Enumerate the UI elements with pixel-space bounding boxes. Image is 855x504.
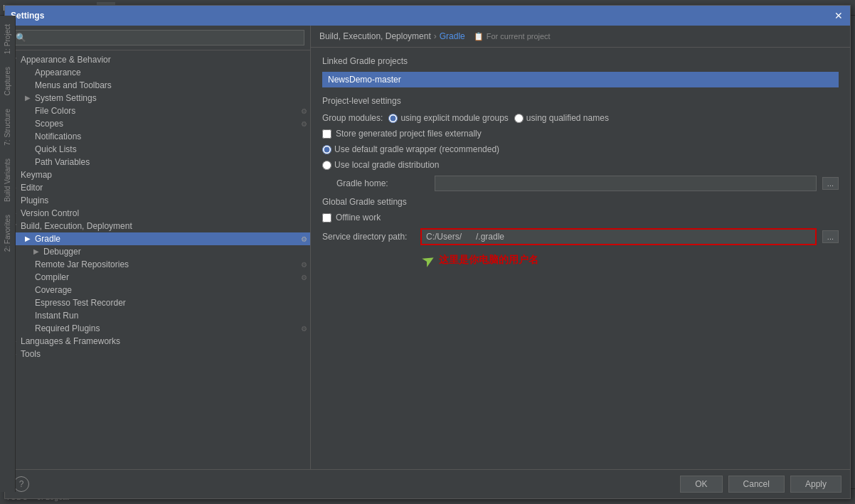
tree-path-variables[interactable]: Path Variables bbox=[5, 156, 310, 168]
store-generated-row: Store generated project files externally bbox=[322, 129, 839, 139]
settings-dialog: Settings ✕ Appearance & Behavior bbox=[4, 5, 851, 499]
tree-label-vc: Version Control bbox=[21, 208, 79, 218]
tree-compiler[interactable]: Compiler ⚙ bbox=[5, 271, 310, 284]
tree-system-settings[interactable]: System Settings bbox=[5, 92, 310, 104]
dialog-close-button[interactable]: ✕ bbox=[833, 10, 844, 21]
store-generated-label[interactable]: Store generated project files externally bbox=[336, 129, 482, 139]
tree-debugger[interactable]: Debugger bbox=[5, 245, 310, 258]
tree-label-appearance-behavior: Appearance & Behavior bbox=[21, 55, 111, 65]
tree-label-debugger: Debugger bbox=[43, 247, 81, 257]
tree-gear-gradle: ⚙ bbox=[301, 235, 307, 243]
offline-work-label[interactable]: Offline work bbox=[336, 213, 381, 222]
tree-label-required-plugins: Required Plugins bbox=[35, 323, 100, 333]
tree-coverage[interactable]: Coverage bbox=[5, 284, 310, 296]
tree-version-control[interactable]: Version Control bbox=[5, 207, 310, 220]
tree-label-notifications: Notifications bbox=[35, 132, 81, 141]
gradle-home-browse-button[interactable]: ... bbox=[822, 177, 839, 190]
tree-arrow-gradle[interactable] bbox=[25, 235, 33, 243]
breadcrumb-project-icon: 📋 bbox=[474, 32, 484, 41]
breadcrumb-sep: › bbox=[434, 31, 437, 41]
radio-explicit-text: using explicit module groups bbox=[400, 113, 508, 123]
tree-label-quick-lists: Quick Lists bbox=[35, 144, 77, 154]
tree-gear-required-plugins: ⚙ bbox=[301, 325, 307, 333]
tree-label-scopes: Scopes bbox=[35, 119, 63, 129]
tree-label-appearance: Appearance bbox=[35, 68, 81, 77]
tree-gradle[interactable]: Gradle ⚙ bbox=[5, 232, 310, 245]
tree-arrow-system[interactable] bbox=[25, 94, 33, 102]
tree-editor[interactable]: Editor bbox=[5, 181, 310, 194]
dialog-body: Appearance & Behavior Appearance Menus a… bbox=[5, 26, 850, 469]
service-dir-input[interactable] bbox=[420, 228, 817, 245]
search-bar bbox=[5, 26, 310, 50]
tree-gear-remote-jar: ⚙ bbox=[301, 261, 307, 269]
tree-espresso[interactable]: Espresso Test Recorder bbox=[5, 296, 310, 309]
radio-qualified-label[interactable]: using qualified names bbox=[514, 113, 609, 123]
search-input[interactable] bbox=[11, 30, 304, 45]
radio-explicit[interactable] bbox=[388, 114, 398, 123]
gradle-home-label: Gradle home: bbox=[336, 178, 429, 188]
linked-projects-list: NewsDemo-master bbox=[322, 72, 839, 87]
tree-instant-run[interactable]: Instant Run bbox=[5, 309, 310, 322]
sidebar-captures[interactable]: Captures bbox=[2, 61, 13, 102]
tree-label-instant-run: Instant Run bbox=[35, 311, 78, 321]
breadcrumb-gradle[interactable]: Gradle bbox=[440, 31, 465, 41]
tree-languages[interactable]: Languages & Frameworks bbox=[5, 335, 310, 348]
tree-notifications[interactable]: Notifications bbox=[5, 130, 310, 143]
ide-background: NewsDemo-master [E:\A] File Edit View Na… bbox=[0, 0, 855, 504]
group-modules-row: Group modules: using explicit module gro… bbox=[322, 113, 839, 123]
service-dir-browse-button[interactable]: ... bbox=[822, 230, 839, 243]
linked-projects-label: Linked Gradle projects bbox=[322, 56, 839, 66]
offline-work-checkbox[interactable] bbox=[322, 213, 331, 222]
annotation-text: 这里是你电脑的用户名 bbox=[439, 254, 538, 267]
tree-keymap[interactable]: Keymap bbox=[5, 168, 310, 181]
tree-quick-lists[interactable]: Quick Lists bbox=[5, 143, 310, 156]
radio-default-wrapper[interactable] bbox=[322, 145, 331, 154]
dialog-titlebar: Settings ✕ bbox=[5, 6, 850, 26]
tree-remote-jar[interactable]: Remote Jar Repositories ⚙ bbox=[5, 258, 310, 271]
tree-tools[interactable]: Tools bbox=[5, 348, 310, 360]
tree-label-compiler: Compiler bbox=[35, 272, 69, 282]
tree-appearance[interactable]: Appearance bbox=[5, 66, 310, 79]
breadcrumb-current-project: 📋 For current project bbox=[474, 32, 551, 41]
tree-file-colors[interactable]: File Colors ⚙ bbox=[5, 104, 310, 117]
settings-dialog-overlay: Settings ✕ Appearance & Behavior bbox=[0, 0, 855, 504]
gradle-settings-content: Linked Gradle projects NewsDemo-master P… bbox=[311, 48, 850, 469]
tree-label-plugins: Plugins bbox=[21, 195, 48, 205]
gradle-home-input[interactable] bbox=[435, 176, 817, 191]
radio-default-wrapper-label[interactable]: Use default gradle wrapper (recommended) bbox=[322, 144, 499, 154]
radio-local-gradle[interactable] bbox=[322, 161, 331, 170]
sidebar-build-variants[interactable]: Build Variants bbox=[2, 153, 13, 208]
tree-arrow-debugger[interactable] bbox=[33, 247, 42, 256]
radio-qualified[interactable] bbox=[514, 114, 524, 123]
use-local-gradle-row: Use local gradle distribution bbox=[322, 160, 839, 170]
tree-label-remote-jar: Remote Jar Repositories bbox=[35, 259, 129, 269]
tree-label-build: Build, Execution, Deployment bbox=[21, 221, 132, 231]
sidebar-favorites[interactable]: 2: Favorites bbox=[2, 209, 13, 257]
cancel-button[interactable]: Cancel bbox=[728, 476, 785, 493]
linked-project-item[interactable]: NewsDemo-master bbox=[322, 72, 839, 87]
apply-button[interactable]: Apply bbox=[790, 476, 841, 493]
tree-gear-file-colors: ⚙ bbox=[301, 107, 307, 115]
tree-plugins[interactable]: Plugins bbox=[5, 194, 310, 207]
radio-default-wrapper-text: Use default gradle wrapper (recommended) bbox=[334, 144, 499, 154]
help-button[interactable]: ? bbox=[14, 476, 29, 492]
tree-label-file-colors: File Colors bbox=[35, 106, 75, 116]
tree-menus-toolbars[interactable]: Menus and Toolbars bbox=[5, 79, 310, 92]
sidebar-structure[interactable]: 7: Structure bbox=[2, 103, 13, 151]
tree-scopes[interactable]: Scopes ⚙ bbox=[5, 117, 310, 130]
radio-local-gradle-label[interactable]: Use local gradle distribution bbox=[322, 160, 439, 170]
service-dir-container: Service directory path: ... ➤ 这里是你电脑的用户名 bbox=[322, 228, 839, 269]
tree-gear-scopes: ⚙ bbox=[301, 120, 307, 128]
tree-appearance-behavior[interactable]: Appearance & Behavior bbox=[5, 53, 310, 66]
tree-label-editor: Editor bbox=[21, 183, 43, 193]
ide-sidebar: 1: Project Captures 7: Structure Build V… bbox=[0, 16, 16, 492]
radio-explicit-label[interactable]: using explicit module groups bbox=[388, 113, 508, 123]
tree-build-execution[interactable]: Build, Execution, Deployment bbox=[5, 220, 310, 232]
sidebar-project[interactable]: 1: Project bbox=[2, 18, 13, 60]
ok-button[interactable]: OK bbox=[680, 476, 722, 493]
store-generated-checkbox[interactable] bbox=[322, 129, 331, 139]
tree-label-menus: Menus and Toolbars bbox=[35, 80, 112, 90]
tree-required-plugins[interactable]: Required Plugins ⚙ bbox=[5, 322, 310, 335]
radio-local-gradle-text: Use local gradle distribution bbox=[334, 160, 439, 170]
tree-label-gradle: Gradle bbox=[35, 234, 60, 244]
